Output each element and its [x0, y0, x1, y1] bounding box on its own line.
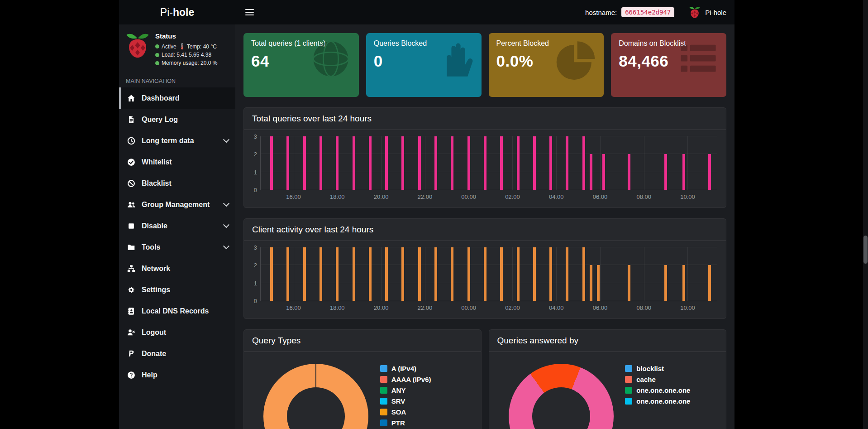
sidebar-item-dashboard[interactable]: Dashboard: [119, 87, 235, 109]
panel-title: Query Types: [252, 336, 300, 345]
gridline: [600, 136, 601, 190]
window-scrollbar-thumb[interactable]: [863, 236, 868, 264]
bar: [270, 136, 273, 190]
x-tick-label: 06:00: [593, 193, 608, 200]
sidebar-item-tools[interactable]: Tools: [119, 236, 235, 258]
sidebar-item-settings[interactable]: Settings: [119, 279, 235, 300]
sidebar-item-label: Donate: [142, 350, 229, 358]
legend-label: one.one.one.one: [636, 397, 690, 405]
sidebar: Status Active Temp: 40 °C Load: 5.41 5.6…: [119, 24, 235, 429]
bar: [418, 136, 421, 190]
legend-item-one-one-one-one[interactable]: one.one.one.one: [625, 397, 718, 405]
summary-card-percent-blocked[interactable]: Percent Blocked0.0%: [489, 33, 604, 97]
y-tick-label: 0: [254, 187, 257, 193]
sidebar-item-label: Group Management: [142, 201, 218, 209]
bar: [369, 136, 372, 190]
status-row-load: Load: 5.41 5.65 4.38: [155, 52, 217, 58]
bar: [320, 247, 322, 301]
sidebar-item-disable[interactable]: Disable: [119, 215, 235, 236]
bar: [533, 136, 536, 190]
chevron-down-icon: [223, 222, 229, 228]
sidebar-item-query-log[interactable]: Query Log: [119, 109, 235, 130]
bar: [517, 247, 520, 301]
bar: [682, 154, 685, 190]
legend-item-one-one-one-one[interactable]: one.one.one.one: [625, 386, 718, 394]
sidebar-item-help[interactable]: Help: [119, 364, 235, 386]
address-book-icon: [127, 307, 136, 315]
bar: [708, 265, 711, 301]
sidebar-item-blacklist[interactable]: Blacklist: [119, 173, 235, 194]
sidebar-item-donate[interactable]: Donate: [119, 343, 235, 364]
brand-prefix: Pi-: [160, 6, 173, 19]
gridline: [512, 247, 513, 301]
legend-item-any[interactable]: ANY: [380, 386, 473, 394]
x-tick-label: 16:00: [286, 193, 301, 200]
x-tick-label: 04:00: [549, 304, 564, 311]
donut-wrap: [252, 357, 380, 429]
question-circle-icon: [127, 371, 136, 379]
bar: [401, 247, 404, 301]
x-tick-label: 02:00: [505, 193, 520, 200]
gridline: [556, 136, 557, 190]
bar: [500, 247, 503, 301]
gridline: [294, 247, 294, 301]
navbar-right: hostname: 666154e2d947 Pi-hole: [585, 5, 726, 19]
sidebar-item-network[interactable]: Network: [119, 258, 235, 279]
sidebar-item-local-dns-records[interactable]: Local DNS Records: [119, 300, 235, 322]
pie-icon: [555, 38, 596, 80]
summary-card-total-queries-1-clients[interactable]: Total queries (1 clients)64: [243, 33, 359, 97]
gridline: [687, 247, 688, 301]
bar: [303, 247, 306, 301]
globe-icon: [310, 38, 352, 80]
chevron-down-icon: [223, 243, 229, 249]
queries-bar-chart: 012316:0018:0020:0022:0000:0002:0004:000…: [244, 130, 726, 207]
gridline: [425, 136, 425, 190]
bar: [336, 136, 339, 190]
legend-item-srv[interactable]: SRV: [380, 397, 473, 405]
hand-icon: [433, 38, 474, 80]
bar: [682, 265, 685, 301]
legend-item-soa[interactable]: SOA: [380, 408, 473, 416]
home-icon: [127, 94, 136, 102]
y-tick-label: 0: [254, 298, 257, 304]
brand-suffix: hole: [173, 6, 194, 19]
sidebar-toggle-button[interactable]: [243, 5, 256, 20]
legend-item-aaaa-ipv6[interactable]: AAAA (IPv6): [380, 376, 473, 383]
bar: [602, 154, 605, 190]
summary-card-domains-on-blocklist[interactable]: Domains on Blocklist84,466: [611, 33, 726, 97]
legend-item-ptr[interactable]: PTR: [380, 419, 473, 427]
y-tick-label: 2: [254, 262, 257, 268]
bar: [628, 265, 630, 301]
plot-area: 16:0018:0020:0022:0000:0002:0004:0006:00…: [260, 247, 717, 301]
legend-item-cache[interactable]: cache: [625, 376, 718, 383]
legend-label: ANY: [391, 386, 406, 394]
app-title: Pi-hole: [705, 9, 726, 16]
y-axis: 0123: [248, 136, 260, 190]
nav-section-label: MAIN NAVIGATION: [119, 72, 235, 87]
bar: [597, 265, 600, 301]
x-tick-label: 04:00: [549, 193, 564, 200]
status-active-label: Active: [162, 43, 176, 50]
brand-logo[interactable]: Pi-hole: [119, 0, 235, 24]
sidebar-item-long-term-data[interactable]: Long term data: [119, 130, 235, 151]
bar: [566, 136, 568, 190]
bar: [418, 247, 421, 301]
gridline: [261, 172, 717, 172]
bar: [401, 136, 404, 190]
sidebar-item-group-management[interactable]: Group Management: [119, 194, 235, 215]
slice-divider: [315, 364, 316, 388]
summary-card-queries-blocked[interactable]: Queries Blocked0: [366, 33, 482, 97]
thermometer-icon: [180, 43, 185, 50]
legend-item-blocklist[interactable]: blocklist: [625, 365, 718, 372]
bar: [467, 136, 470, 190]
legend-label: PTR: [391, 419, 405, 427]
gridline: [425, 247, 425, 301]
sidebar-item-logout[interactable]: Logout: [119, 322, 235, 343]
gridline: [512, 136, 513, 190]
paypal-icon: [127, 350, 136, 358]
sidebar-item-whitelist[interactable]: Whitelist: [119, 151, 235, 173]
status-row-active: Active Temp: 40 °C: [155, 43, 217, 50]
chevron-down-icon: [223, 136, 229, 143]
legend-item-a-ipv4[interactable]: A (IPv4): [380, 365, 473, 372]
bar: [286, 136, 289, 190]
